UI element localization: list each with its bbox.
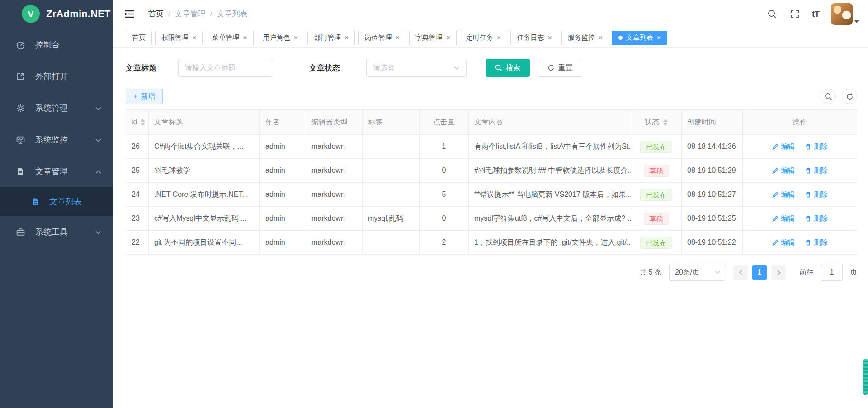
- cell-status: 草稿: [631, 159, 682, 182]
- cell-title: .NET Core 发布时提示.NET...: [149, 183, 260, 206]
- reset-button[interactable]: 重置: [538, 59, 582, 77]
- tab-home[interactable]: 首页: [126, 31, 152, 45]
- sidebar: V ZrAdmin.NET 控制台 外部打开 系统管理: [0, 0, 113, 408]
- cell-tags: [363, 231, 420, 254]
- cell-author: admin: [260, 159, 306, 182]
- fullscreen-icon[interactable]: [789, 9, 800, 19]
- cell-content: 1，找到项目所在目录下的 .git/文件夹，进入.git/...: [469, 231, 631, 254]
- tab-close-icon[interactable]: ×: [446, 34, 450, 42]
- edit-button[interactable]: 编辑: [772, 142, 795, 152]
- tab-close-icon[interactable]: ×: [192, 34, 196, 42]
- cell-id: 26: [126, 135, 149, 158]
- app-title: ZrAdmin.NET: [46, 8, 111, 20]
- app-logo[interactable]: V ZrAdmin.NET: [0, 0, 113, 28]
- tab-permission-management[interactable]: 权限管理 ×: [155, 31, 203, 45]
- sidebar-item-system-monitor[interactable]: 系统监控: [0, 124, 113, 156]
- tab-dict-management[interactable]: 字典管理 ×: [409, 31, 457, 45]
- edit-button[interactable]: 编辑: [772, 190, 795, 199]
- refresh-table-button[interactable]: [842, 89, 857, 104]
- add-button[interactable]: + 新增: [126, 89, 163, 104]
- sidebar-item-article-management[interactable]: 文章管理: [0, 156, 113, 187]
- column-header-id[interactable]: id: [126, 110, 149, 134]
- edit-button[interactable]: 编辑: [772, 214, 795, 223]
- breadcrumb-home[interactable]: 首页: [148, 9, 164, 19]
- cell-author: admin: [260, 135, 306, 158]
- delete-button[interactable]: 删除: [805, 190, 828, 199]
- page-number-button[interactable]: 1: [752, 265, 767, 280]
- goto-page-input[interactable]: [821, 264, 843, 281]
- show-search-toggle-button[interactable]: [821, 89, 836, 104]
- table-row: 23 c#写入Mysql中文显示乱码 ... admin markdown my…: [126, 207, 857, 231]
- cell-id: 24: [126, 183, 149, 206]
- cell-title: git 为不同的项目设置不同...: [149, 231, 260, 254]
- cell-editor: markdown: [306, 231, 363, 254]
- reset-button-label: 重置: [558, 63, 573, 73]
- tab-menu-management[interactable]: 菜单管理 ×: [206, 31, 253, 45]
- prev-page-button[interactable]: [733, 265, 748, 280]
- tab-close-icon[interactable]: ×: [243, 34, 247, 42]
- delete-button[interactable]: 删除: [805, 142, 828, 152]
- tab-task-logs[interactable]: 任务日志 ×: [510, 31, 558, 45]
- tab-label: 首页: [132, 33, 146, 42]
- edit-button[interactable]: 编辑: [772, 166, 795, 176]
- column-header-tags: 标签: [363, 110, 420, 134]
- cell-status: 草稿: [631, 207, 682, 230]
- tab-department-management[interactable]: 部门管理 ×: [307, 31, 355, 45]
- sort-icon[interactable]: [141, 119, 145, 126]
- tab-article-list[interactable]: 文章列表 ×: [612, 31, 667, 45]
- monitor-icon: [15, 135, 25, 145]
- cell-content: mysql字符集utf8，c#写入中文后，全部显示成? ...: [469, 207, 631, 230]
- edit-icon: [772, 215, 778, 222]
- cell-status: 已发布: [631, 183, 682, 206]
- tab-close-icon[interactable]: ×: [599, 34, 603, 42]
- sidebar-item-system-management[interactable]: 系统管理: [0, 92, 113, 124]
- sidebar-item-external-open[interactable]: 外部打开: [0, 61, 113, 92]
- table-tools: [821, 89, 857, 104]
- cell-clicks: 5: [420, 183, 469, 206]
- article-status-select[interactable]: 请选择: [366, 59, 467, 77]
- breadcrumb: 首页 / 文章管理 / 文章列表: [148, 9, 247, 19]
- edit-icon: [772, 191, 778, 198]
- sidebar-item-article-list[interactable]: 文章列表: [0, 187, 113, 216]
- page-size-select[interactable]: 20条/页: [669, 264, 726, 281]
- tab-close-icon[interactable]: ×: [547, 34, 552, 42]
- chevron-down-icon: [715, 270, 720, 274]
- search-button[interactable]: 搜索: [486, 59, 530, 77]
- cell-tags: mysql,乱码: [363, 207, 420, 230]
- tab-post-management[interactable]: 岗位管理 ×: [358, 31, 406, 45]
- cell-editor: markdown: [306, 207, 363, 230]
- sidebar-item-label: 文章管理: [35, 166, 68, 177]
- column-header-status[interactable]: 状态: [631, 110, 682, 134]
- cell-created: 08-18 14:41:36: [682, 135, 743, 158]
- tab-label: 字典管理: [415, 33, 443, 42]
- trash-icon: [805, 239, 811, 246]
- cell-title: C#两个list集合实现关联，...: [149, 135, 260, 158]
- delete-button[interactable]: 删除: [805, 214, 828, 223]
- next-page-button[interactable]: [771, 265, 786, 280]
- header-search-icon[interactable]: [767, 9, 778, 19]
- sort-icon[interactable]: [663, 119, 668, 126]
- tab-scheduled-tasks[interactable]: 定时任务 ×: [460, 31, 507, 45]
- search-icon: [825, 93, 832, 100]
- delete-button[interactable]: 删除: [805, 238, 828, 247]
- sidebar-item-dashboard[interactable]: 控制台: [0, 29, 113, 61]
- tab-close-icon[interactable]: ×: [294, 34, 298, 42]
- article-title-input[interactable]: [178, 59, 273, 77]
- tab-close-icon[interactable]: ×: [497, 34, 501, 42]
- tab-user-roles[interactable]: 用户角色 ×: [257, 31, 304, 45]
- sidebar-item-system-tools[interactable]: 系统工具: [0, 216, 113, 248]
- sidebar-fold-icon[interactable]: [124, 9, 135, 19]
- status-badge: 已发布: [640, 237, 672, 249]
- font-size-icon[interactable]: tT: [812, 9, 819, 19]
- cell-tags: [363, 159, 420, 182]
- user-menu[interactable]: [831, 3, 859, 25]
- trash-icon: [805, 215, 811, 222]
- tab-close-icon[interactable]: ×: [344, 34, 349, 42]
- scrollbar-thumb[interactable]: [863, 359, 868, 395]
- avatar[interactable]: [831, 3, 853, 25]
- tab-close-icon[interactable]: ×: [395, 34, 399, 42]
- tab-close-icon[interactable]: ×: [657, 34, 661, 42]
- delete-button[interactable]: 删除: [805, 166, 828, 176]
- edit-button[interactable]: 编辑: [772, 238, 795, 247]
- tab-service-monitor[interactable]: 服务监控 ×: [561, 31, 609, 45]
